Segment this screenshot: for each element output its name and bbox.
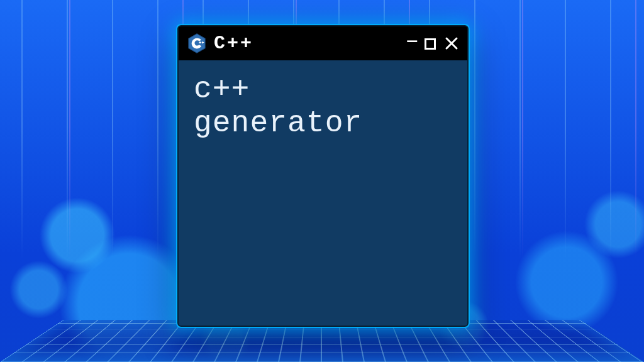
svg-rect-4	[203, 41, 203, 44]
svg-rect-2	[199, 41, 200, 44]
minimize-button[interactable]: —	[407, 33, 416, 49]
terminal-client-area: c++ generator	[179, 60, 467, 153]
content-line-1: c++	[194, 73, 452, 107]
close-button[interactable]	[445, 36, 458, 50]
terminal-window: C++ — c++ generator	[177, 25, 469, 327]
cpp-logo-icon	[187, 33, 206, 54]
content-line-2: generator	[194, 107, 452, 141]
window-controls: —	[407, 35, 458, 52]
maximize-button[interactable]	[425, 38, 436, 50]
titlebar[interactable]: C++ —	[179, 26, 467, 60]
window-title: C++	[214, 33, 399, 54]
